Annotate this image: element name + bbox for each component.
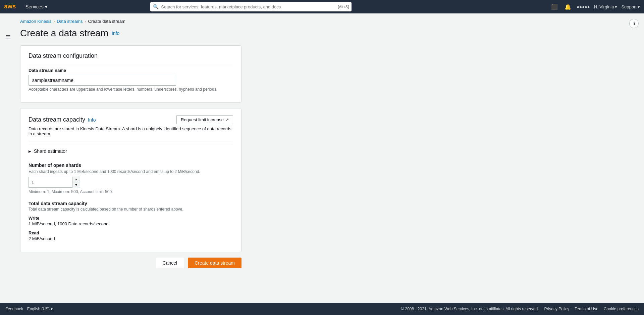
shard-estimator-label: Shard estimator — [34, 148, 67, 154]
capacity-card-header: Data stream capacity Info Request limit … — [29, 115, 233, 124]
services-menu-button[interactable]: Services ▾ — [23, 3, 50, 11]
search-shortcut: [Alt+S] — [338, 5, 349, 9]
support-chevron-icon: ▾ — [638, 4, 640, 9]
write-label: Write — [29, 216, 233, 221]
total-capacity-title: Total data stream capacity — [29, 201, 233, 206]
help-info-circle[interactable]: ℹ — [629, 19, 639, 28]
feedback-button[interactable]: Feedback — [5, 307, 23, 311]
capacity-card: Data stream capacity Info Request limit … — [20, 108, 241, 252]
support-button[interactable]: Support ▾ — [621, 4, 640, 9]
configuration-card: Data stream configuration Data stream na… — [20, 45, 241, 103]
capacity-card-title: Data stream capacity — [29, 116, 85, 123]
capacity-title-row: Data stream capacity Info — [29, 116, 96, 123]
spinner-buttons: ▲ ▼ — [72, 177, 80, 188]
request-limit-button[interactable]: Request limit increase ↗ — [176, 115, 233, 124]
copyright-text: © 2008 - 2021, Amazon Web Services, Inc.… — [401, 307, 539, 311]
shards-count-label: Number of open shards — [29, 163, 233, 168]
total-capacity-section: Total data stream capacity Total data st… — [29, 201, 233, 241]
breadcrumb-separator-2: › — [85, 19, 86, 24]
shards-description: Each shard ingests up to 1 MiB/second an… — [29, 169, 233, 174]
region-button[interactable]: N. Virginia ▾ — [594, 4, 618, 9]
capacity-info-link[interactable]: Info — [88, 117, 96, 123]
page-title: Create a data stream — [20, 28, 108, 39]
services-label: Services — [25, 4, 44, 9]
cancel-button[interactable]: Cancel — [156, 258, 184, 268]
account-label: ●●●●● — [577, 4, 590, 9]
read-value: 2 MiB/second — [29, 236, 233, 241]
stream-name-label: Data stream name — [29, 68, 233, 73]
aws-logo[interactable]: aws — [4, 3, 17, 11]
sidebar-toggle-button[interactable]: ☰ — [4, 32, 12, 42]
terms-of-use-link[interactable]: Terms of Use — [575, 307, 598, 311]
stream-name-group: Data stream name Acceptable characters a… — [29, 68, 233, 92]
breadcrumb-separator-1: › — [53, 19, 55, 24]
open-shards-section: Number of open shards Each shard ingests… — [29, 163, 233, 194]
svg-text:aws: aws — [4, 3, 16, 10]
footer-left: Feedback English (US) ▾ — [5, 307, 53, 311]
breadcrumb-datastreams-link[interactable]: Data streams — [57, 19, 83, 24]
shards-input-wrap: ▲ ▼ — [29, 177, 233, 188]
footer-right: © 2008 - 2021, Amazon Web Services, Inc.… — [401, 307, 639, 311]
create-stream-button[interactable]: Create data stream — [188, 258, 241, 268]
request-limit-label: Request limit increase — [181, 117, 224, 122]
search-input[interactable] — [150, 2, 352, 11]
stream-name-input[interactable] — [29, 75, 176, 86]
page-title-row: Create a data stream Info — [13, 28, 636, 39]
configuration-card-title: Data stream configuration — [29, 52, 233, 59]
main-content: ☰ Amazon Kinesis › Data streams › Create… — [0, 13, 644, 303]
spinner-up-button[interactable]: ▲ — [72, 177, 80, 182]
triangle-icon: ▶ — [29, 149, 31, 153]
top-navigation: aws Services ▾ 🔍 [Alt+S] ⬛ 🔔 ●●●●● N. Vi… — [0, 0, 644, 13]
privacy-policy-link[interactable]: Privacy Policy — [544, 307, 570, 311]
language-label: English (US) — [27, 307, 50, 311]
action-bar: Cancel Create data stream — [20, 258, 241, 279]
external-link-icon: ↗ — [226, 118, 229, 122]
stream-name-hint: Acceptable characters are uppercase and … — [29, 87, 233, 92]
search-icon: 🔍 — [153, 4, 159, 9]
read-label: Read — [29, 230, 233, 235]
terminal-icon-button[interactable]: ⬛ — [550, 2, 559, 11]
breadcrumb: Amazon Kinesis › Data streams › Create d… — [13, 19, 636, 24]
language-selector[interactable]: English (US) ▾ — [27, 307, 53, 311]
services-chevron-icon: ▾ — [45, 4, 47, 9]
breadcrumb-kinesis-link[interactable]: Amazon Kinesis — [20, 19, 51, 24]
shard-estimator-toggle[interactable]: ▶ Shard estimator — [29, 148, 67, 154]
total-capacity-desc: Total data stream capacity is calculated… — [29, 207, 233, 212]
shards-number-input[interactable] — [29, 177, 72, 188]
nav-right-section: ⬛ 🔔 ●●●●● N. Virginia ▾ Support ▾ — [550, 2, 640, 11]
notifications-icon-button[interactable]: 🔔 — [563, 2, 573, 11]
spinner-down-button[interactable]: ▼ — [72, 182, 80, 188]
region-label: N. Virginia — [594, 4, 614, 9]
region-chevron-icon: ▾ — [615, 4, 617, 9]
footer: Feedback English (US) ▾ © 2008 - 2021, A… — [0, 303, 644, 315]
search-bar: 🔍 [Alt+S] — [150, 2, 352, 11]
language-chevron-icon: ▾ — [51, 307, 53, 311]
write-value: 1 MiB/second, 1000 Data records/second — [29, 221, 233, 226]
capacity-description: Data records are stored in Kinesis Data … — [29, 126, 233, 136]
page-info-link[interactable]: Info — [112, 31, 119, 36]
support-label: Support — [621, 4, 637, 9]
cookie-preferences-link[interactable]: Cookie preferences — [604, 307, 639, 311]
breadcrumb-current: Create data stream — [88, 19, 125, 24]
shards-limit-hint: Minimum: 1, Maximum: 500, Account limit:… — [29, 189, 233, 194]
shard-estimator-section: ▶ Shard estimator — [29, 145, 233, 157]
